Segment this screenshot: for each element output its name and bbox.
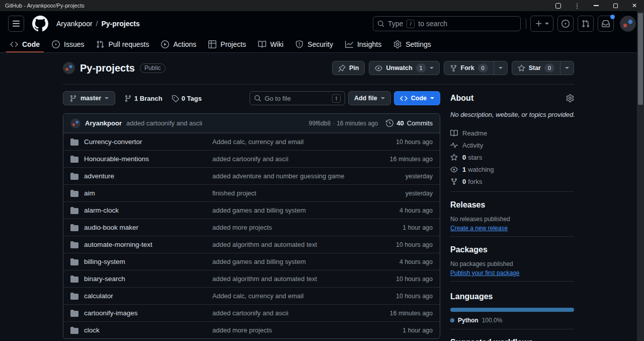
row-commit-message-link[interactable]: added algorithm and automated text xyxy=(212,241,366,248)
your-issues-button[interactable] xyxy=(557,16,574,32)
file-name-link[interactable]: clock xyxy=(84,326,100,334)
breadcrumb-repo-link[interactable]: Py-projects xyxy=(101,20,139,28)
add-file-button[interactable]: Add file xyxy=(348,91,391,105)
commit-history-link[interactable]: 40Commits xyxy=(386,119,433,127)
table-row[interactable]: alarm-clock added games and billing syst… xyxy=(63,201,440,219)
table-row[interactable]: cartoonify-images added cartoonify and a… xyxy=(63,304,440,321)
table-row[interactable]: billing-system added games and billing s… xyxy=(63,253,440,270)
commit-message-link[interactable]: added cartoonify and ascii xyxy=(126,119,202,127)
unwatch-button[interactable]: Unwatch1 xyxy=(369,61,439,75)
close-button[interactable]: ✕ xyxy=(625,0,644,11)
tab-settings[interactable]: Settings xyxy=(389,36,435,52)
language-bar-python[interactable] xyxy=(450,308,574,312)
pin-button[interactable]: Pin xyxy=(332,61,365,75)
repo-owner-avatar[interactable] xyxy=(63,62,75,74)
fork-button[interactable]: Fork0 xyxy=(444,61,508,75)
branch-selector-button[interactable]: master xyxy=(63,91,115,105)
language-item-python[interactable]: Python 100.0% xyxy=(450,316,574,325)
tab-actions[interactable]: Actions xyxy=(157,36,200,52)
folder-icon xyxy=(70,172,78,180)
row-commit-message-link[interactable]: added more projects xyxy=(212,224,366,231)
file-name-link[interactable]: alarm-clock xyxy=(84,207,119,214)
browser-tab-icon[interactable] xyxy=(548,0,568,11)
your-pull-requests-button[interactable] xyxy=(578,16,594,32)
tags-link[interactable]: 0 Tags xyxy=(172,95,202,102)
publish-package-link[interactable]: Publish your first package xyxy=(450,269,519,277)
about-forks-link[interactable]: 0forks xyxy=(450,175,574,187)
about-watching-link[interactable]: 1watching xyxy=(450,163,574,175)
page-scrollbar[interactable] xyxy=(637,11,644,341)
table-row[interactable]: Currency-convertor Added calc, currency … xyxy=(63,133,440,150)
row-commit-message-link[interactable]: added algorithm and automated text xyxy=(212,275,366,283)
tab-wiki[interactable]: Wiki xyxy=(254,36,287,52)
row-commit-message-link[interactable]: added cartoonify and ascii xyxy=(212,309,366,317)
branches-link[interactable]: 1 Branch xyxy=(124,95,163,102)
file-name-link[interactable]: Honourable-mentions xyxy=(84,155,149,163)
repo-name[interactable]: Py-projects xyxy=(80,62,135,74)
file-name-link[interactable]: automate-morning-text xyxy=(84,241,152,248)
tab-code[interactable]: Code xyxy=(6,36,44,52)
breadcrumb-owner-link[interactable]: Aryankpoor xyxy=(56,20,93,28)
edit-about-gear-icon[interactable] xyxy=(566,94,574,102)
row-commit-message-link[interactable]: added more projects xyxy=(212,326,366,334)
row-commit-message-link[interactable]: added games and billing system xyxy=(212,207,366,214)
pulse-icon xyxy=(450,142,458,149)
folder-icon xyxy=(70,326,78,334)
row-commit-message-link[interactable]: finished project xyxy=(212,189,366,197)
row-commit-message-link[interactable]: added adventure and number guessing game xyxy=(212,172,366,180)
github-logo-icon[interactable] xyxy=(32,16,48,32)
fork-dropdown[interactable] xyxy=(494,61,507,75)
file-name-link[interactable]: calculator xyxy=(84,292,113,300)
create-new-button[interactable] xyxy=(530,16,553,32)
tab-projects[interactable]: Projects xyxy=(204,36,250,52)
global-search-input[interactable]: Type / to search xyxy=(373,16,521,31)
file-name-link[interactable]: adventure xyxy=(84,172,114,180)
user-avatar[interactable] xyxy=(620,16,636,32)
file-name-link[interactable]: billing-system xyxy=(84,258,125,265)
file-name-link[interactable]: binary-search xyxy=(84,275,125,283)
row-commit-time: 4 hours ago xyxy=(366,258,433,265)
file-name-link[interactable]: audio-book maker xyxy=(84,224,138,231)
table-row[interactable]: automate-morning-text added algorithm an… xyxy=(63,236,440,253)
table-row[interactable]: clock added more projects 1 hour ago xyxy=(63,321,440,338)
table-row[interactable]: audio-book maker added more projects 1 h… xyxy=(63,219,440,236)
create-release-link[interactable]: Create a new release xyxy=(450,225,508,232)
table-row[interactable]: aim finished project yesterday xyxy=(63,184,440,201)
tab-pull-requests[interactable]: Pull requests xyxy=(92,36,153,52)
tab-security[interactable]: Security xyxy=(291,36,337,52)
file-name-link[interactable]: aim xyxy=(84,189,95,197)
commit-author-link[interactable]: Aryankpoor xyxy=(85,119,122,127)
languages-title: Languages xyxy=(450,291,574,303)
scrollbar-thumb[interactable] xyxy=(638,13,643,105)
star-dropdown[interactable] xyxy=(560,61,574,75)
file-name-link[interactable]: cartoonify-images xyxy=(84,309,138,317)
about-stars-link[interactable]: 0stars xyxy=(450,151,574,163)
notifications-inbox-button[interactable] xyxy=(598,16,614,32)
packages-title[interactable]: Packages xyxy=(450,244,574,256)
row-commit-time: 16 minutes ago xyxy=(366,310,433,317)
row-commit-message-link[interactable]: added cartoonify and ascii xyxy=(212,155,366,163)
restore-button[interactable] xyxy=(606,0,625,11)
repo-nav-tabs: Code Issues Pull requests Actions Projec… xyxy=(0,36,644,53)
releases-title[interactable]: Releases xyxy=(450,199,574,211)
commit-sha-link[interactable]: 99f6db8 xyxy=(309,120,331,127)
global-nav-menu-button[interactable] xyxy=(8,16,24,32)
row-commit-message-link[interactable]: Added calc, currency and email xyxy=(212,292,366,300)
about-activity-link[interactable]: Activity xyxy=(450,139,574,151)
table-row[interactable]: calculator Added calc, currency and emai… xyxy=(63,287,440,304)
table-row[interactable]: adventure added adventure and number gue… xyxy=(63,167,440,184)
table-row[interactable]: Honourable-mentions added cartoonify and… xyxy=(63,150,440,167)
star-button[interactable]: Star0 xyxy=(512,61,574,75)
commit-author-avatar[interactable] xyxy=(70,118,80,128)
row-commit-message-link[interactable]: Added calc, currency and email xyxy=(212,138,366,146)
code-dropdown-button[interactable]: Code xyxy=(394,91,440,105)
browser-menu-icon[interactable]: ⋮ xyxy=(568,0,587,11)
table-row[interactable]: binary-search added algorithm and automa… xyxy=(63,270,440,287)
about-readme-link[interactable]: Readme xyxy=(450,127,574,139)
minimize-button[interactable] xyxy=(587,0,606,11)
row-commit-message-link[interactable]: added games and billing system xyxy=(212,258,366,265)
tab-issues[interactable]: Issues xyxy=(48,36,88,52)
tab-insights[interactable]: Insights xyxy=(341,36,385,52)
file-name-link[interactable]: Currency-convertor xyxy=(84,138,142,146)
go-to-file-input[interactable]: Go to file t xyxy=(250,91,345,105)
